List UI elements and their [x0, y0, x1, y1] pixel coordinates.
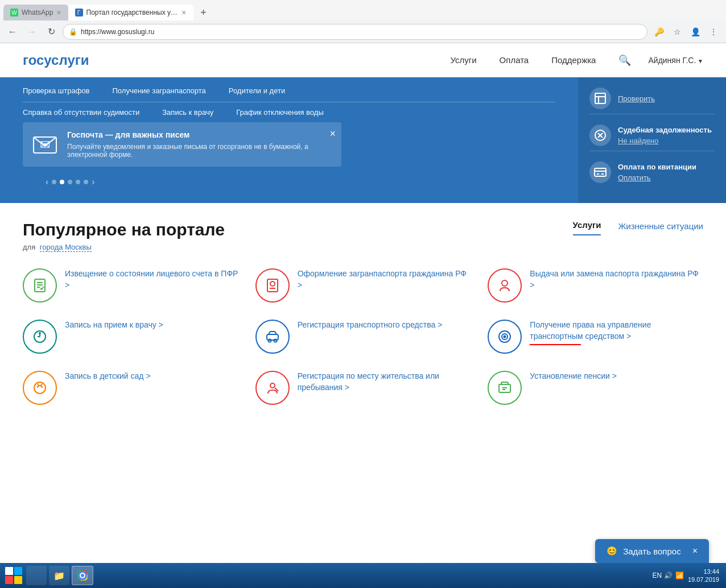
tab-gosuslugi-close[interactable]: × [182, 8, 186, 17]
nav-uslugi[interactable]: Услуги [450, 55, 476, 65]
tab-zhiznennye[interactable]: Жизненные ситуации [618, 221, 703, 235]
svg-point-19 [502, 280, 508, 286]
browser-tabs-bar: W WhatsApp × Г Портал государственных ус… [0, 0, 726, 20]
nav-oplata[interactable]: Оплата [500, 55, 529, 65]
forward-button[interactable]: → [24, 24, 40, 40]
main-content: Популярное на портале для города Москвы … [0, 203, 726, 422]
right-link-2[interactable]: Оплатить [618, 173, 651, 182]
dot-5[interactable] [84, 180, 88, 184]
service-icon-pension [488, 371, 522, 405]
tray-network[interactable]: 📶 [675, 571, 684, 580]
url-text: https://www.gosuslugi.ru [81, 28, 641, 36]
svg-line-31 [38, 384, 39, 386]
service-name-zagranpasport: Оформление загранпаспорта гражданина РФ … [298, 268, 471, 291]
right-icon-1 [589, 125, 611, 146]
right-icon-0 [589, 88, 611, 109]
taskbar-ie[interactable]: e [26, 566, 47, 585]
profile-icon[interactable]: 👤 [687, 24, 703, 40]
menu-icon[interactable]: ⋮ [706, 24, 721, 40]
service-zagranpasport[interactable]: Оформление загранпаспорта гражданина РФ … [255, 268, 471, 303]
back-button[interactable]: ← [5, 24, 20, 40]
service-prava[interactable]: Получение права на управление транспортн… [488, 320, 703, 354]
tray-speaker[interactable]: 🔊 [664, 571, 673, 580]
new-tab-button[interactable]: + [196, 5, 212, 20]
dot-3[interactable] [68, 180, 72, 184]
service-icon-registr [255, 371, 290, 405]
city-prefix: для [23, 243, 35, 251]
svg-line-32 [41, 384, 42, 386]
start-button[interactable] [3, 565, 24, 586]
banner-right-item-0: Проверить [589, 83, 715, 114]
search-icon-btn[interactable]: 🔍 [618, 54, 631, 67]
tray-time: 13:44 19.07.2019 [688, 568, 723, 584]
svg-point-30 [34, 382, 46, 394]
svg-point-40 [81, 574, 84, 577]
service-vrach[interactable]: Запись на прием к врачу > [23, 320, 238, 354]
chat-close[interactable]: × [692, 546, 698, 556]
svg-point-29 [504, 336, 506, 338]
banner-notification: ✉ Госпочта — для важных писем Получайте … [23, 122, 341, 167]
nav-podderzhka[interactable]: Поддержка [551, 55, 596, 65]
svg-text:✉: ✉ [40, 138, 50, 152]
notif-icon: ✉ [31, 130, 59, 159]
service-name-registr: Регистрация по месту жительства или преб… [298, 371, 471, 393]
service-sad[interactable]: Запись в детский сад > [23, 371, 238, 405]
service-icon-vrach [23, 320, 57, 354]
service-pasport[interactable]: Выдача или замена паспорта гражданина РФ… [488, 268, 703, 303]
service-name-pasport: Выдача или замена паспорта гражданина РФ… [530, 268, 703, 291]
tab-uslugi[interactable]: Услуги [573, 220, 601, 235]
banner-right-panel: Проверить Судебная задолженность Не найд… [578, 77, 726, 203]
user-name[interactable]: Айдинян Г.С. [648, 56, 703, 65]
service-registr[interactable]: Регистрация по месту жительства или преб… [255, 371, 471, 405]
chat-button[interactable]: 😊 Задать вопрос × [595, 539, 709, 563]
svg-rect-2 [595, 93, 605, 103]
services-grid: Извещение о состоянии лицевого счета в П… [23, 268, 703, 405]
city-link[interactable]: города Москвы [40, 243, 92, 252]
taskbar: e 📁 EN 🔊 📶 13:44 19.07.2019 [0, 563, 726, 588]
link-shtrafy[interactable]: Проверка штрафов [23, 86, 90, 95]
dot-2[interactable] [60, 180, 64, 184]
site-logo[interactable]: госуслуги [23, 52, 89, 68]
link-sudimosti[interactable]: Справка об отсутствии судимости [23, 108, 139, 117]
taskbar-explorer[interactable]: 📁 [49, 566, 69, 585]
browser-toolbar: ← → ↻ 🔒 https://www.gosuslugi.ru 🔑 ☆ 👤 ⋮ [0, 20, 726, 43]
service-name-vrach: Запись на прием к врачу > [65, 320, 163, 331]
link-zagranpasport[interactable]: Получение загранпаспорта [113, 86, 206, 95]
next-slide[interactable]: › [92, 177, 94, 187]
service-avto[interactable]: Регистрация транспортного средства > [255, 320, 471, 354]
service-name-sad: Запись в детский сад > [65, 371, 151, 382]
service-icon-avto [255, 320, 290, 354]
right-link-0[interactable]: Проверить [618, 94, 655, 103]
blue-banner: Проверка штрафов Получение загранпаспорт… [0, 77, 726, 203]
tray-lang[interactable]: EN [653, 571, 662, 580]
reload-button[interactable]: ↻ [43, 24, 59, 40]
service-name-avto: Регистрация транспортного средства > [298, 320, 443, 331]
chat-icon: 😊 [607, 546, 617, 556]
service-icon-prava [488, 320, 522, 354]
service-pfr[interactable]: Извещение о состоянии лицевого счета в П… [23, 268, 238, 303]
svg-rect-8 [595, 168, 606, 176]
link-voda[interactable]: График отключения воды [236, 108, 324, 117]
section-tabs: Услуги Жизненные ситуации [573, 220, 703, 235]
key-icon[interactable]: 🔑 [651, 24, 667, 40]
star-icon[interactable]: ☆ [669, 24, 685, 40]
svg-point-33 [270, 383, 275, 388]
address-bar[interactable]: 🔒 https://www.gosuslugi.ru [63, 24, 647, 40]
right-link-1[interactable]: Не найдено [618, 136, 658, 145]
link-vrach[interactable]: Запись к врачу [162, 108, 213, 117]
prev-slide[interactable]: ‹ [46, 177, 48, 187]
taskbar-chrome[interactable] [72, 566, 93, 585]
service-name-pension: Установление пенсии > [530, 371, 617, 382]
tab-whatsapp-close[interactable]: × [56, 8, 61, 17]
section-title: Популярное на портале [23, 220, 225, 239]
service-name-pfr: Извещение о состоянии лицевого счета в П… [65, 268, 238, 291]
site-nav: Услуги Оплата Поддержка [450, 55, 596, 65]
notification-close[interactable]: × [329, 128, 336, 140]
dot-1[interactable] [52, 180, 56, 184]
service-pension[interactable]: Установление пенсии > [488, 371, 703, 405]
tab-gosuslugi[interactable]: Г Портал государственных услуг... × [68, 5, 193, 20]
notification-text: Госпочта — для важных писем Получайте ув… [67, 130, 319, 159]
tab-whatsapp[interactable]: W WhatsApp × [3, 5, 68, 20]
dot-4[interactable] [76, 180, 80, 184]
link-roditeli[interactable]: Родители и дети [229, 86, 285, 95]
